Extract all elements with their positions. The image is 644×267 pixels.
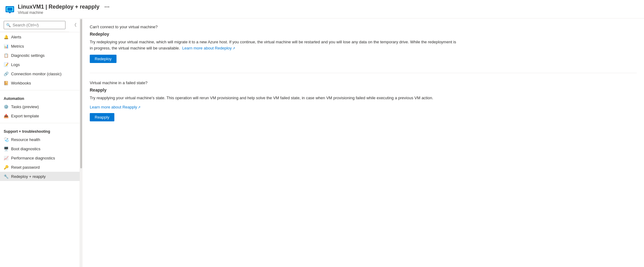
divider-automation xyxy=(0,90,80,90)
alerts-icon: 🔔 xyxy=(4,34,9,39)
sidebar-item-workbooks[interactable]: 📔 Workbooks xyxy=(0,78,80,88)
sidebar-item-label: Resource health xyxy=(11,137,40,142)
sidebar-item-label: Reset password xyxy=(11,165,40,170)
diagnostic-icon: 📋 xyxy=(4,53,9,58)
sidebar-item-export-template[interactable]: 📤 Export template xyxy=(0,111,80,120)
connection-monitor-icon: 🔗 xyxy=(4,71,9,76)
sidebar-item-resource-health[interactable]: 🩺 Resource health xyxy=(0,135,80,144)
sidebar-item-reset-password[interactable]: 🔑 Reset password xyxy=(0,163,80,172)
main-content: Can't connect to your virtual machine? R… xyxy=(82,18,644,267)
performance-diagnostics-icon: 📈 xyxy=(4,155,9,160)
external-link-icon-2: ↗ xyxy=(138,105,140,109)
sidebar-item-label: Workbooks xyxy=(11,81,31,85)
redeploy-button[interactable]: Redeploy xyxy=(90,55,117,63)
sidebar-item-logs[interactable]: 📝 Logs xyxy=(0,60,80,69)
page-subtitle: Virtual machine xyxy=(18,10,109,15)
boot-diagnostics-icon: 🖥️ xyxy=(4,146,9,151)
header-title-group: LinuxVM1 | Redeploy + reapply ··· Virtua… xyxy=(18,3,109,15)
sidebar-item-label: Redeploy + reapply xyxy=(11,174,45,179)
section-divider xyxy=(90,73,637,73)
reapply-learn-more-link[interactable]: Learn more about Reapply↗ xyxy=(90,105,140,109)
header: LinuxVM1 | Redeploy + reapply ··· Virtua… xyxy=(0,0,644,18)
logs-icon: 📝 xyxy=(4,62,9,67)
workbooks-icon: 📔 xyxy=(4,80,9,85)
reapply-button[interactable]: Reapply xyxy=(90,113,114,121)
sidebar-item-label: Performance diagnostics xyxy=(11,156,55,160)
redeploy-desc-text: Try redeploying your virtual machine, wh… xyxy=(90,40,456,50)
main-layout: 🔍 《 🔔 Alerts 📊 Metrics 📋 Diagnostic sett… xyxy=(0,18,644,267)
redeploy-section: Can't connect to your virtual machine? R… xyxy=(90,25,637,63)
sidebar-item-label: Export template xyxy=(11,114,39,118)
metrics-icon: 📊 xyxy=(4,44,9,49)
export-icon: 📤 xyxy=(4,113,9,118)
search-container: 🔍 xyxy=(0,18,69,32)
redeploy-learn-more-link[interactable]: Learn more about Redeploy↗ xyxy=(182,46,235,50)
external-link-icon: ↗ xyxy=(232,46,235,50)
resource-health-icon: 🩺 xyxy=(4,137,9,142)
reset-password-icon: 🔑 xyxy=(4,165,9,170)
sidebar-item-label: Connection monitor (classic) xyxy=(11,72,61,76)
redeploy-description: Try redeploying your virtual machine, wh… xyxy=(90,39,459,51)
more-options-button[interactable]: ··· xyxy=(105,3,110,10)
redeploy-title: Redeploy xyxy=(90,32,637,37)
sidebar-item-performance-diagnostics[interactable]: 📈 Performance diagnostics xyxy=(0,153,80,163)
reapply-desc-text: Try reapplying your virtual machine's st… xyxy=(90,96,433,100)
support-section-label: Support + troubleshooting xyxy=(0,126,80,135)
sidebar-item-label: Tasks (preview) xyxy=(11,104,39,109)
sidebar-item-tasks[interactable]: ⚙️ Tasks (preview) xyxy=(0,102,80,111)
svg-rect-2 xyxy=(7,8,12,11)
sidebar: 🔍 《 🔔 Alerts 📊 Metrics 📋 Diagnostic sett… xyxy=(0,18,80,267)
title-text: LinuxVM1 | Redeploy + reapply xyxy=(18,4,100,10)
sidebar-item-alerts[interactable]: 🔔 Alerts xyxy=(0,32,80,41)
sidebar-item-metrics[interactable]: 📊 Metrics xyxy=(0,41,80,51)
tasks-icon: ⚙️ xyxy=(4,104,9,109)
sidebar-item-label: Logs xyxy=(11,62,20,67)
reapply-section: Virtual machine in a failed state? Reapp… xyxy=(90,80,637,121)
search-icon: 🔍 xyxy=(6,23,11,27)
sidebar-item-label: Metrics xyxy=(11,44,24,49)
sidebar-item-label: Diagnostic settings xyxy=(11,53,45,58)
redeploy-icon: 🔧 xyxy=(4,174,9,179)
redeploy-question: Can't connect to your virtual machine? xyxy=(90,25,637,29)
automation-section-label: Automation xyxy=(0,93,80,102)
reapply-question: Virtual machine in a failed state? xyxy=(90,80,637,85)
sidebar-item-diagnostic-settings[interactable]: 📋 Diagnostic settings xyxy=(0,51,80,60)
vm-icon xyxy=(5,4,15,14)
sidebar-item-boot-diagnostics[interactable]: 🖥️ Boot diagnostics xyxy=(0,144,80,153)
sidebar-item-redeploy-reapply[interactable]: 🔧 Redeploy + reapply xyxy=(0,172,80,181)
search-input[interactable] xyxy=(4,21,65,29)
reapply-title: Reapply xyxy=(90,88,637,92)
sidebar-item-label: Alerts xyxy=(11,35,21,39)
sidebar-scrollbar[interactable] xyxy=(80,18,82,267)
collapse-sidebar-button[interactable]: 《 xyxy=(69,20,80,30)
reapply-description: Try reapplying your virtual machine's st… xyxy=(90,95,459,101)
divider-support xyxy=(0,123,80,123)
page-title: LinuxVM1 | Redeploy + reapply ··· xyxy=(18,3,109,10)
sidebar-item-label: Boot diagnostics xyxy=(11,147,40,151)
sidebar-item-connection-monitor[interactable]: 🔗 Connection monitor (classic) xyxy=(0,69,80,78)
